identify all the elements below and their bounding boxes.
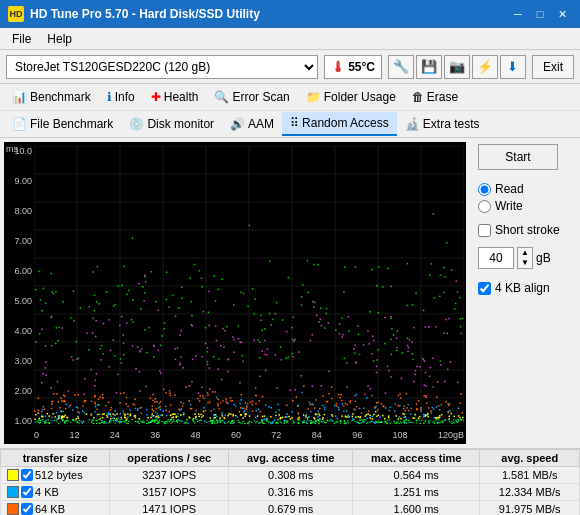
x-label-36: 36	[150, 430, 160, 440]
write-radio[interactable]	[478, 200, 491, 213]
info-icon: ℹ	[107, 90, 112, 104]
tab-health[interactable]: ✚ Health	[143, 85, 207, 109]
menu-file[interactable]: File	[4, 30, 39, 48]
y-label-2: 2.00	[14, 386, 32, 396]
cell-ops-2: 1471 IOPS	[110, 501, 229, 516]
cell-ops-1: 3157 IOPS	[110, 484, 229, 501]
main-area: ms 10.0 9.00 8.00 7.00 6.00 5.00 4.00 3.…	[0, 138, 580, 448]
row-label-text-0: 512 bytes	[35, 469, 83, 481]
cell-avg-0: 0.308 ms	[229, 467, 353, 484]
x-label-96: 96	[352, 430, 362, 440]
icon-btn-5[interactable]: ⬇	[500, 55, 526, 79]
error-scan-icon: 🔍	[214, 90, 229, 104]
cell-max-2: 1.600 ms	[352, 501, 479, 516]
short-stroke-option[interactable]: Short stroke	[478, 223, 572, 237]
cell-avg-2: 0.679 ms	[229, 501, 353, 516]
menu-help[interactable]: Help	[39, 30, 80, 48]
read-radio[interactable]	[478, 183, 491, 196]
y-label-4: 4.00	[14, 326, 32, 336]
tab-error-scan[interactable]: 🔍 Error Scan	[206, 85, 297, 109]
col-header-avg: avg. access time	[229, 450, 353, 467]
row-checkbox-1[interactable]	[21, 486, 33, 498]
icon-btn-3[interactable]: 📷	[444, 55, 470, 79]
window-controls: ─ □ ✕	[508, 4, 572, 24]
tab-info[interactable]: ℹ Info	[99, 85, 143, 109]
thermometer-icon: 🌡	[331, 59, 345, 75]
erase-icon: 🗑	[412, 90, 424, 104]
temperature-display: 🌡 55°C	[324, 55, 382, 79]
cell-avg-1: 0.316 ms	[229, 484, 353, 501]
stroke-value-input[interactable]	[478, 247, 514, 269]
exit-button[interactable]: Exit	[532, 55, 574, 79]
file-bench-icon: 📄	[12, 117, 27, 131]
speaker-icon: 🔊	[230, 117, 245, 131]
short-stroke-checkbox[interactable]	[478, 224, 491, 237]
minimize-button[interactable]: ─	[508, 4, 528, 24]
table-row: 4 KB 3157 IOPS 0.316 ms 1.251 ms 12.334 …	[1, 484, 580, 501]
right-panel: Start Read Write Short stroke ▲ ▼ gB	[470, 138, 580, 448]
cell-speed-1: 12.334 MB/s	[480, 484, 580, 501]
device-select[interactable]: StoreJet TS120GESD220C (120 gB)	[6, 55, 318, 79]
close-button[interactable]: ✕	[552, 4, 572, 24]
row-checkbox-2[interactable]	[21, 503, 33, 515]
col-header-ops: operations / sec	[110, 450, 229, 467]
row-label-text-2: 64 KB	[35, 503, 65, 515]
cell-label-0: 512 bytes	[1, 467, 110, 484]
chart-area: ms 10.0 9.00 8.00 7.00 6.00 5.00 4.00 3.…	[4, 142, 466, 444]
col-header-transfer: transfer size	[1, 450, 110, 467]
y-label-7: 7.00	[14, 236, 32, 246]
table-row: 512 bytes 3237 IOPS 0.308 ms 0.564 ms 1.…	[1, 467, 580, 484]
y-label-8: 8.00	[14, 206, 32, 216]
stroke-down-button[interactable]: ▼	[518, 258, 532, 268]
chart-canvas	[34, 146, 464, 426]
x-label-48: 48	[191, 430, 201, 440]
icon-btn-1[interactable]: 🔧	[388, 55, 414, 79]
maximize-button[interactable]: □	[530, 4, 550, 24]
y-label-10: 10.0	[14, 146, 32, 156]
x-label-120: 120gB	[438, 430, 464, 440]
tab-random-access[interactable]: ⠿ Random Access	[282, 112, 397, 136]
disk-icon: 💿	[129, 117, 144, 131]
x-label-60: 60	[231, 430, 241, 440]
tab-disk-monitor[interactable]: 💿 Disk monitor	[121, 112, 222, 136]
app-title: HD Tune Pro 5.70 - Hard Disk/SSD Utility	[30, 7, 260, 21]
write-option[interactable]: Write	[478, 199, 572, 213]
read-write-group: Read Write	[478, 182, 572, 213]
benchmark-icon: 📊	[12, 90, 27, 104]
cell-max-1: 1.251 ms	[352, 484, 479, 501]
y-label-6: 6.00	[14, 266, 32, 276]
x-label-84: 84	[312, 430, 322, 440]
title-bar: HD HD Tune Pro 5.70 - Hard Disk/SSD Util…	[0, 0, 580, 28]
x-label-24: 24	[110, 430, 120, 440]
stroke-up-button[interactable]: ▲	[518, 248, 532, 258]
table-row: 64 KB 1471 IOPS 0.679 ms 1.600 ms 91.975…	[1, 501, 580, 516]
tab-file-benchmark[interactable]: 📄 File Benchmark	[4, 112, 121, 136]
toolbar-row1: 📊 Benchmark ℹ Info ✚ Health 🔍 Error Scan…	[0, 84, 580, 111]
x-label-108: 108	[393, 430, 408, 440]
tab-benchmark[interactable]: 📊 Benchmark	[4, 85, 99, 109]
row-label-text-1: 4 KB	[35, 486, 59, 498]
icon-btn-4[interactable]: ⚡	[472, 55, 498, 79]
cell-max-0: 0.564 ms	[352, 467, 479, 484]
health-icon: ✚	[151, 90, 161, 104]
device-icons: 🔧 💾 📷 ⚡ ⬇	[388, 55, 526, 79]
icon-btn-2[interactable]: 💾	[416, 55, 442, 79]
y-label-9: 9.00	[14, 176, 32, 186]
4kb-align-checkbox[interactable]	[478, 282, 491, 295]
tab-aam[interactable]: 🔊 AAM	[222, 112, 282, 136]
4kb-align-option[interactable]: 4 KB align	[478, 281, 572, 295]
tab-extra-tests[interactable]: 🔬 Extra tests	[397, 112, 488, 136]
cell-speed-0: 1.581 MB/s	[480, 467, 580, 484]
extra-icon: 🔬	[405, 117, 420, 131]
tab-folder-usage[interactable]: 📁 Folder Usage	[298, 85, 404, 109]
read-option[interactable]: Read	[478, 182, 572, 196]
stroke-input-row: ▲ ▼ gB	[478, 247, 572, 269]
device-bar: StoreJet TS120GESD220C (120 gB) 🌡 55°C 🔧…	[0, 50, 580, 84]
data-table: transfer size operations / sec avg. acce…	[0, 448, 580, 515]
tab-erase[interactable]: 🗑 Erase	[404, 85, 466, 109]
start-button[interactable]: Start	[478, 144, 558, 170]
y-label-1: 1.00	[14, 416, 32, 426]
row-checkbox-0[interactable]	[21, 469, 33, 481]
app-icon: HD	[8, 6, 24, 22]
cell-speed-2: 91.975 MB/s	[480, 501, 580, 516]
